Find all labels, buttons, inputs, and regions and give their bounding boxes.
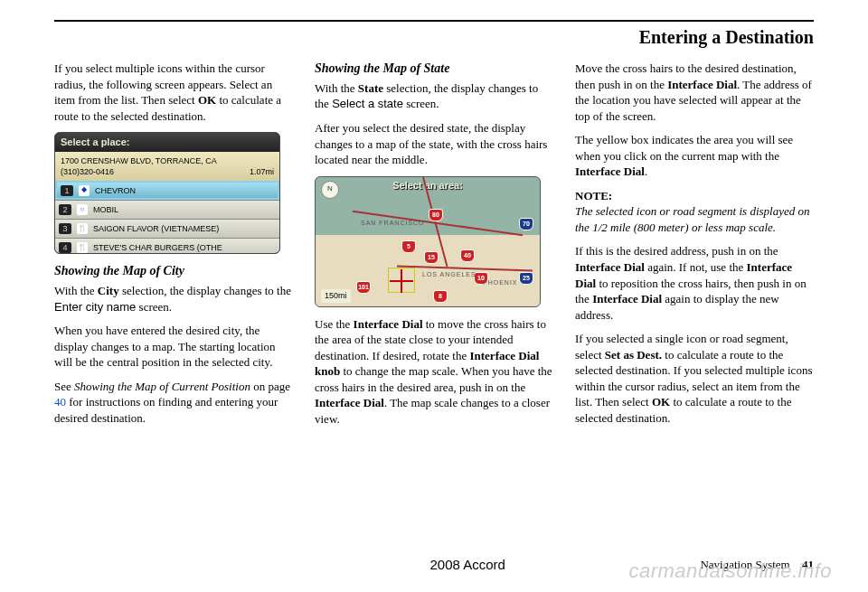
col1-p2: With the City selection, the display cha… xyxy=(54,283,293,315)
city-label: PHOENIX xyxy=(483,278,518,287)
item-num: 2 xyxy=(59,204,71,215)
list-item: 1 ◆ CHEVRON xyxy=(55,181,279,200)
text: selection, the display changes to the xyxy=(119,284,291,297)
text: to change the map scale. When you have t… xyxy=(315,364,552,394)
compass-icon: N xyxy=(321,181,339,199)
col2-p1: With the State selection, the display ch… xyxy=(315,80,553,112)
model-label: 2008 Accord xyxy=(430,557,505,572)
section-label: Navigation System xyxy=(700,558,789,571)
city-label: SAN FRANCISCO xyxy=(361,219,425,227)
bold: City xyxy=(98,284,119,297)
text: again. If not, use the xyxy=(645,260,747,274)
mobil-logo-icon: ○ xyxy=(77,204,88,215)
note-body: The selected icon or road segment is dis… xyxy=(575,204,809,234)
text: for instructions on finding and entering… xyxy=(54,395,278,425)
ok-label: OK xyxy=(198,93,216,107)
page-title: Entering a Destination xyxy=(54,27,814,48)
bold: Set as Dest. xyxy=(605,348,662,362)
col1-p1: If you select multiple icons within the … xyxy=(54,61,293,124)
addr-line: 1700 CRENSHAW BLVD, TORRANCE, CA xyxy=(61,155,274,166)
restaurant-icon: 🍴 xyxy=(77,223,88,234)
footer-right: Navigation System 41 xyxy=(700,558,814,572)
italic-ref: Showing the Map of Current Position xyxy=(74,380,250,393)
interstate-shield-icon: 8 xyxy=(433,290,448,303)
text: . xyxy=(645,164,647,178)
item-label: MOBIL xyxy=(93,204,118,215)
bold: Interface Dial xyxy=(575,260,645,274)
restaurant-icon: 🍴 xyxy=(77,242,88,253)
chevron-logo-icon: ◆ xyxy=(79,185,90,196)
page-link[interactable]: 40 xyxy=(54,395,66,409)
text: With the xyxy=(54,284,98,297)
col3-p2: The yellow box indicates the area you wi… xyxy=(575,132,814,180)
text: See xyxy=(54,380,74,393)
text: screen. xyxy=(136,300,172,314)
col2-p3: Use the Interface Dial to move the cross… xyxy=(315,316,553,428)
item-label: SAIGON FLAVOR (VIETNAMESE) xyxy=(93,223,219,234)
bold: Interface Dial xyxy=(575,164,645,178)
interstate-shield-icon: 101 xyxy=(356,281,371,294)
col3-p1: Move the cross hairs to the desired dest… xyxy=(575,61,814,124)
content-columns: If you select multiple icons within the … xyxy=(54,61,814,435)
interstate-shield-icon: 40 xyxy=(460,249,475,262)
subhead-state: Showing the Map of State xyxy=(315,61,553,78)
bold: State xyxy=(358,81,383,95)
item-label: CHEVRON xyxy=(95,185,136,196)
list-item: 4 🍴 STEVE'S CHAR BURGERS (OTHE xyxy=(55,238,279,254)
column-1: If you select multiple icons within the … xyxy=(54,61,293,435)
page-number: 41 xyxy=(802,558,814,571)
interstate-shield-icon: 25 xyxy=(519,272,533,285)
select-place-screenshot: Select a place: 1700 CRENSHAW BLVD, TORR… xyxy=(54,132,280,254)
item-num: 1 xyxy=(61,185,73,196)
screen-name: Select a state xyxy=(332,97,403,110)
footer: 2008 Accord Navigation System 41 xyxy=(54,557,814,572)
bold: Interface Dial xyxy=(315,396,384,409)
item-num: 3 xyxy=(59,223,71,234)
screen-name: Enter city name xyxy=(54,300,136,314)
bold: OK xyxy=(652,395,670,409)
scale-label: 150mi xyxy=(321,289,351,302)
interstate-shield-icon: 70 xyxy=(519,218,533,230)
item-label: STEVE'S CHAR BURGERS (OTHE xyxy=(93,242,222,253)
list-item: 3 🍴 SAIGON FLAVOR (VIETNAMESE) xyxy=(55,219,279,238)
item-num: 4 xyxy=(59,242,71,253)
bold: Interface Dial xyxy=(592,292,662,305)
select-area-screenshot: Select an area: N 150mi 80 5 15 40 70 10… xyxy=(315,176,541,307)
list-item: 2 ○ MOBIL xyxy=(55,200,279,219)
text: on page xyxy=(250,380,290,393)
bold: Interface Dial xyxy=(667,78,737,91)
interstate-shield-icon: 80 xyxy=(429,209,443,221)
text: Use the xyxy=(315,317,354,331)
subhead-city: Showing the Map of City xyxy=(54,263,293,280)
city-label: LOS ANGELES xyxy=(422,270,476,278)
column-2: Showing the Map of State With the State … xyxy=(315,61,553,435)
col1-p3: When you have entered the desired city, … xyxy=(54,323,293,371)
screenshot-title: Select a place: xyxy=(55,133,279,152)
col2-p2: After you select the desired state, the … xyxy=(315,120,553,168)
place-list: 1 ◆ CHEVRON 2 ○ MOBIL 3 🍴 SAIGON FLAVOR … xyxy=(55,181,279,254)
column-3: Move the cross hairs to the desired dest… xyxy=(575,61,814,435)
note: NOTE: The selected icon or road segment … xyxy=(575,188,814,236)
text: With the xyxy=(315,81,358,95)
col1-p4: See Showing the Map of Current Position … xyxy=(54,379,293,427)
text: screen. xyxy=(403,97,439,110)
interstate-shield-icon: 5 xyxy=(401,240,416,253)
crosshair-icon xyxy=(395,275,408,287)
note-label: NOTE: xyxy=(575,189,612,202)
text: The yellow box indicates the area you wi… xyxy=(575,133,793,163)
text: If this is the desired address, push in … xyxy=(575,244,778,258)
bold: Interface Dial xyxy=(354,317,423,331)
col3-p4: If you selected a single icon or road se… xyxy=(575,331,814,426)
col3-p3: If this is the desired address, push in … xyxy=(575,243,814,323)
screenshot-highlight: 1700 CRENSHAW BLVD, TORRANCE, CA (310)32… xyxy=(55,152,279,181)
interstate-shield-icon: 15 xyxy=(424,251,439,264)
distance: 1.07mi xyxy=(250,166,274,177)
phone: (310)320-0416 xyxy=(61,166,114,177)
